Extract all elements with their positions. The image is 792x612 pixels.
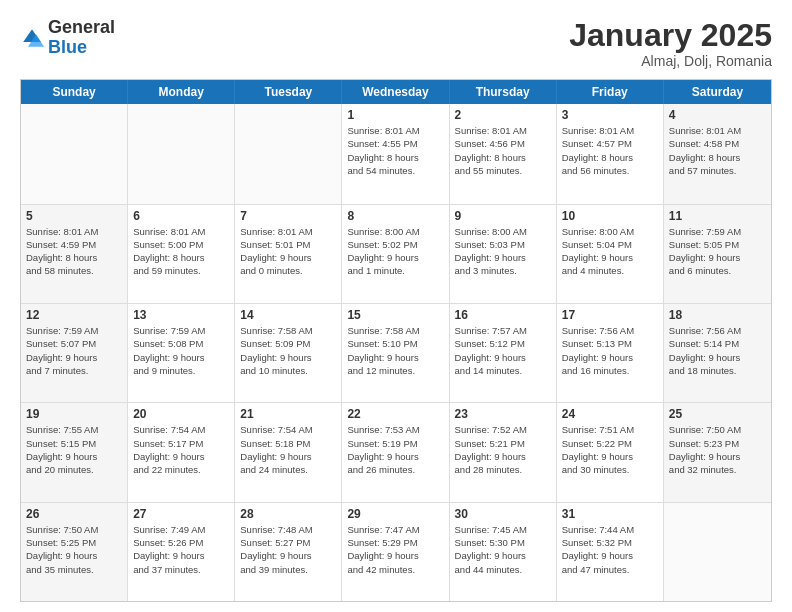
day-info: Sunrise: 7:50 AM Sunset: 5:25 PM Dayligh… — [26, 523, 122, 576]
day-number: 5 — [26, 209, 122, 223]
logo-general: General — [48, 17, 115, 37]
day-number: 22 — [347, 407, 443, 421]
day-number: 29 — [347, 507, 443, 521]
calendar-cell: 24Sunrise: 7:51 AM Sunset: 5:22 PM Dayli… — [557, 403, 664, 501]
day-number: 24 — [562, 407, 658, 421]
logo-blue: Blue — [48, 37, 87, 57]
calendar-cell: 18Sunrise: 7:56 AM Sunset: 5:14 PM Dayli… — [664, 304, 771, 402]
calendar-cell — [235, 104, 342, 203]
day-info: Sunrise: 7:49 AM Sunset: 5:26 PM Dayligh… — [133, 523, 229, 576]
calendar-cell: 2Sunrise: 8:01 AM Sunset: 4:56 PM Daylig… — [450, 104, 557, 203]
calendar-cell: 15Sunrise: 7:58 AM Sunset: 5:10 PM Dayli… — [342, 304, 449, 402]
calendar-row: 19Sunrise: 7:55 AM Sunset: 5:15 PM Dayli… — [21, 402, 771, 501]
day-info: Sunrise: 8:01 AM Sunset: 4:57 PM Dayligh… — [562, 124, 658, 177]
calendar: SundayMondayTuesdayWednesdayThursdayFrid… — [20, 79, 772, 602]
calendar-header: SundayMondayTuesdayWednesdayThursdayFrid… — [21, 80, 771, 104]
day-number: 1 — [347, 108, 443, 122]
day-info: Sunrise: 8:00 AM Sunset: 5:04 PM Dayligh… — [562, 225, 658, 278]
weekday-header: Monday — [128, 80, 235, 104]
calendar-cell: 19Sunrise: 7:55 AM Sunset: 5:15 PM Dayli… — [21, 403, 128, 501]
day-info: Sunrise: 8:01 AM Sunset: 4:58 PM Dayligh… — [669, 124, 766, 177]
day-number: 7 — [240, 209, 336, 223]
logo-icon — [20, 26, 44, 50]
day-number: 25 — [669, 407, 766, 421]
calendar-cell: 28Sunrise: 7:48 AM Sunset: 5:27 PM Dayli… — [235, 503, 342, 601]
calendar-row: 26Sunrise: 7:50 AM Sunset: 5:25 PM Dayli… — [21, 502, 771, 601]
logo-text: General Blue — [48, 18, 115, 58]
day-number: 31 — [562, 507, 658, 521]
day-info: Sunrise: 7:53 AM Sunset: 5:19 PM Dayligh… — [347, 423, 443, 476]
calendar-cell: 11Sunrise: 7:59 AM Sunset: 5:05 PM Dayli… — [664, 205, 771, 303]
calendar-cell: 16Sunrise: 7:57 AM Sunset: 5:12 PM Dayli… — [450, 304, 557, 402]
weekday-header: Wednesday — [342, 80, 449, 104]
day-number: 8 — [347, 209, 443, 223]
day-info: Sunrise: 7:55 AM Sunset: 5:15 PM Dayligh… — [26, 423, 122, 476]
day-number: 12 — [26, 308, 122, 322]
weekday-header: Thursday — [450, 80, 557, 104]
logo: General Blue — [20, 18, 115, 58]
calendar-cell: 13Sunrise: 7:59 AM Sunset: 5:08 PM Dayli… — [128, 304, 235, 402]
calendar-cell: 6Sunrise: 8:01 AM Sunset: 5:00 PM Daylig… — [128, 205, 235, 303]
day-info: Sunrise: 8:01 AM Sunset: 5:00 PM Dayligh… — [133, 225, 229, 278]
weekday-header: Tuesday — [235, 80, 342, 104]
day-info: Sunrise: 7:58 AM Sunset: 5:09 PM Dayligh… — [240, 324, 336, 377]
day-number: 2 — [455, 108, 551, 122]
day-number: 11 — [669, 209, 766, 223]
day-info: Sunrise: 8:01 AM Sunset: 5:01 PM Dayligh… — [240, 225, 336, 278]
day-info: Sunrise: 7:51 AM Sunset: 5:22 PM Dayligh… — [562, 423, 658, 476]
calendar-cell: 12Sunrise: 7:59 AM Sunset: 5:07 PM Dayli… — [21, 304, 128, 402]
calendar-cell: 5Sunrise: 8:01 AM Sunset: 4:59 PM Daylig… — [21, 205, 128, 303]
day-info: Sunrise: 8:01 AM Sunset: 4:59 PM Dayligh… — [26, 225, 122, 278]
day-number: 26 — [26, 507, 122, 521]
day-number: 23 — [455, 407, 551, 421]
calendar-cell: 1Sunrise: 8:01 AM Sunset: 4:55 PM Daylig… — [342, 104, 449, 203]
day-number: 30 — [455, 507, 551, 521]
day-info: Sunrise: 8:01 AM Sunset: 4:55 PM Dayligh… — [347, 124, 443, 177]
day-number: 17 — [562, 308, 658, 322]
month-title: January 2025 — [569, 18, 772, 53]
calendar-cell: 3Sunrise: 8:01 AM Sunset: 4:57 PM Daylig… — [557, 104, 664, 203]
calendar-cell: 29Sunrise: 7:47 AM Sunset: 5:29 PM Dayli… — [342, 503, 449, 601]
day-number: 3 — [562, 108, 658, 122]
day-number: 16 — [455, 308, 551, 322]
calendar-cell: 9Sunrise: 8:00 AM Sunset: 5:03 PM Daylig… — [450, 205, 557, 303]
calendar-cell: 4Sunrise: 8:01 AM Sunset: 4:58 PM Daylig… — [664, 104, 771, 203]
day-info: Sunrise: 7:56 AM Sunset: 5:14 PM Dayligh… — [669, 324, 766, 377]
day-info: Sunrise: 7:54 AM Sunset: 5:17 PM Dayligh… — [133, 423, 229, 476]
day-info: Sunrise: 7:45 AM Sunset: 5:30 PM Dayligh… — [455, 523, 551, 576]
calendar-cell: 21Sunrise: 7:54 AM Sunset: 5:18 PM Dayli… — [235, 403, 342, 501]
calendar-row: 1Sunrise: 8:01 AM Sunset: 4:55 PM Daylig… — [21, 104, 771, 203]
day-info: Sunrise: 7:59 AM Sunset: 5:07 PM Dayligh… — [26, 324, 122, 377]
day-info: Sunrise: 7:59 AM Sunset: 5:08 PM Dayligh… — [133, 324, 229, 377]
day-info: Sunrise: 7:57 AM Sunset: 5:12 PM Dayligh… — [455, 324, 551, 377]
day-info: Sunrise: 7:56 AM Sunset: 5:13 PM Dayligh… — [562, 324, 658, 377]
calendar-cell: 22Sunrise: 7:53 AM Sunset: 5:19 PM Dayli… — [342, 403, 449, 501]
calendar-cell: 30Sunrise: 7:45 AM Sunset: 5:30 PM Dayli… — [450, 503, 557, 601]
day-number: 21 — [240, 407, 336, 421]
calendar-cell: 25Sunrise: 7:50 AM Sunset: 5:23 PM Dayli… — [664, 403, 771, 501]
weekday-header: Sunday — [21, 80, 128, 104]
weekday-header: Saturday — [664, 80, 771, 104]
day-number: 19 — [26, 407, 122, 421]
title-block: January 2025 Almaj, Dolj, Romania — [569, 18, 772, 69]
day-number: 15 — [347, 308, 443, 322]
day-info: Sunrise: 7:47 AM Sunset: 5:29 PM Dayligh… — [347, 523, 443, 576]
day-number: 4 — [669, 108, 766, 122]
day-info: Sunrise: 8:00 AM Sunset: 5:03 PM Dayligh… — [455, 225, 551, 278]
day-info: Sunrise: 7:50 AM Sunset: 5:23 PM Dayligh… — [669, 423, 766, 476]
day-number: 14 — [240, 308, 336, 322]
calendar-body: 1Sunrise: 8:01 AM Sunset: 4:55 PM Daylig… — [21, 104, 771, 601]
day-number: 28 — [240, 507, 336, 521]
day-info: Sunrise: 7:59 AM Sunset: 5:05 PM Dayligh… — [669, 225, 766, 278]
day-info: Sunrise: 7:52 AM Sunset: 5:21 PM Dayligh… — [455, 423, 551, 476]
calendar-cell: 10Sunrise: 8:00 AM Sunset: 5:04 PM Dayli… — [557, 205, 664, 303]
day-number: 20 — [133, 407, 229, 421]
day-number: 6 — [133, 209, 229, 223]
calendar-cell: 17Sunrise: 7:56 AM Sunset: 5:13 PM Dayli… — [557, 304, 664, 402]
calendar-cell — [128, 104, 235, 203]
day-number: 10 — [562, 209, 658, 223]
weekday-header: Friday — [557, 80, 664, 104]
day-info: Sunrise: 7:48 AM Sunset: 5:27 PM Dayligh… — [240, 523, 336, 576]
day-number: 13 — [133, 308, 229, 322]
calendar-row: 12Sunrise: 7:59 AM Sunset: 5:07 PM Dayli… — [21, 303, 771, 402]
